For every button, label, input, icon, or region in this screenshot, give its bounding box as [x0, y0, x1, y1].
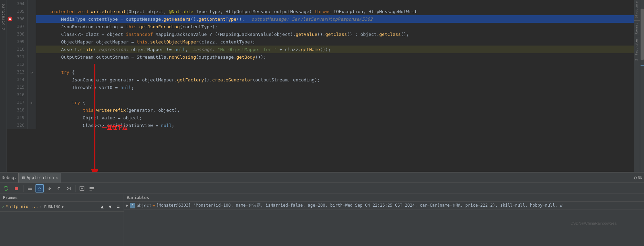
code-lines: 304 305 protected void writeInternal(Obj…	[7, 0, 634, 172]
line-number-314: 314	[7, 76, 28, 83]
code-line-314: 314 JsonGenerator generator = objectMapp…	[7, 76, 634, 83]
line-gutter-307	[28, 23, 36, 30]
frames-header: Frames	[0, 194, 124, 202]
debug-tabs: Debug: 🖥 Application × ⚙ 8B	[0, 173, 644, 183]
frame-status-icon: ✓	[2, 204, 4, 209]
stop-button[interactable]	[12, 184, 21, 193]
frames-panel: Frames ✓ *http-nio-... : RUNNING ▼ ▲ ▼	[0, 194, 124, 246]
code-line-309: 309 ObjectMapper objectMapper = this.sel…	[7, 38, 634, 46]
line-gutter-319	[28, 114, 36, 121]
line-content-306: MediaType contentType = outputMessage.ge…	[36, 15, 634, 23]
commit-panel-label[interactable]: Commit	[634, 21, 640, 36]
frame-status-text: : RUNNING	[40, 205, 60, 209]
structure-panel-label[interactable]: Structure	[634, 0, 640, 20]
frame-nav-buttons: ▲ ▼ ≡	[99, 203, 122, 210]
variables-toolbar: ▶ P object = {Monster@5303} "Monster(id=…	[124, 202, 644, 209]
debug-label: Debug:	[2, 175, 17, 180]
code-line-311: 311 OutputStream outputStream = StreamUt…	[7, 53, 634, 61]
vertical-scrollbar[interactable]	[640, 0, 644, 172]
toolbar-separator-1	[23, 185, 23, 192]
frame-filter-button[interactable]: ≡	[115, 203, 122, 210]
debug-tab-name: Application	[27, 175, 54, 180]
variables-list: ▶ P object = {Monster@5303} "Monster(id=…	[124, 202, 644, 246]
line-number-305: 305	[7, 8, 28, 15]
debug-toolbar	[0, 183, 644, 194]
line-content-316	[36, 91, 634, 99]
breakpoint-306[interactable]: ●	[8, 17, 12, 21]
more-actions-button[interactable]	[87, 184, 96, 193]
code-line-305: 305 protected void writeInternal(Object …	[7, 8, 634, 15]
run-to-cursor-button[interactable]	[64, 184, 73, 193]
gutter-arrow-313: ▷	[31, 70, 33, 74]
line-content-319: Object value = object;	[36, 114, 634, 121]
svg-rect-1	[15, 187, 18, 190]
frames-list: ✓ *http-nio-... : RUNNING ▼ ▲ ▼ ≡	[0, 202, 124, 246]
line-content-315: Throwable var10 = null;	[36, 83, 634, 91]
line-number-306: ● 306	[7, 15, 28, 23]
svg-rect-12	[90, 187, 94, 188]
line-number-304: 304	[7, 0, 28, 8]
debug-settings-gear[interactable]: ⚙	[634, 175, 637, 180]
svg-rect-13	[90, 188, 94, 189]
toolbar-separator-2	[75, 185, 75, 192]
line-content-309: ObjectMapper objectMapper = this.selectO…	[36, 38, 634, 46]
svg-rect-3	[28, 188, 32, 189]
frame-up-button[interactable]: ▲	[99, 203, 106, 210]
menu-button[interactable]	[26, 184, 34, 193]
code-line-318: 318 this.writePrefix(generator, object);	[7, 106, 634, 114]
line-number-308: 308	[7, 30, 28, 38]
code-line-308: 308 Class<?> clazz = object instanceof M…	[7, 30, 634, 38]
debug-tab-close[interactable]: ×	[56, 176, 58, 180]
code-line-315: 315 Throwable var10 = null;	[7, 83, 634, 91]
line-number-318: 318	[7, 106, 28, 114]
var-expand-icon[interactable]: ▶	[126, 203, 128, 208]
var-name-object: object	[137, 203, 152, 208]
z-structure-label[interactable]: Z Structure	[1, 3, 5, 30]
frame-down-button[interactable]: ▼	[107, 203, 114, 210]
line-gutter-311	[28, 53, 36, 61]
line-gutter-313: ▷	[28, 68, 36, 76]
code-line-316: 316	[7, 91, 634, 99]
line-gutter-304	[28, 0, 36, 8]
debug-application-tab[interactable]: 🖥 Application ×	[18, 173, 61, 183]
frame-dropdown-icon[interactable]: ▼	[62, 205, 64, 209]
frame-toolbar: ✓ *http-nio-... : RUNNING ▼ ▲ ▼ ≡	[0, 202, 124, 212]
code-line-312: 312	[7, 61, 634, 68]
step-out-button[interactable]	[55, 184, 63, 193]
line-number-319: 319	[7, 114, 28, 121]
code-area: Z Structure 304 305 protected void write…	[0, 0, 644, 172]
line-number-312: 312	[7, 61, 28, 68]
evaluate-button[interactable]	[78, 184, 86, 193]
right-panels: Structure Commit 2: Favorites	[634, 0, 640, 172]
code-line-319: 319 Object value = object;	[7, 114, 634, 121]
line-number-320: 320	[7, 121, 28, 129]
step-into-button[interactable]	[45, 184, 53, 193]
line-content-318: this.writePrefix(generator, object);	[36, 106, 634, 114]
rerun-button[interactable]	[3, 184, 11, 193]
line-gutter-315	[28, 83, 36, 91]
line-gutter-310	[28, 46, 36, 53]
line-gutter-316	[28, 91, 36, 99]
line-content-307: JsonEncoding encoding = this.getJsonEnco…	[36, 23, 634, 30]
line-gutter-314	[28, 76, 36, 83]
editor-container: Z Structure 304 305 protected void write…	[0, 0, 644, 246]
debug-settings-small[interactable]: 8B	[638, 176, 642, 179]
code-line-307: 307 JsonEncoding encoding = this.getJson…	[7, 23, 634, 30]
line-content-305: protected void writeInternal(Object obje…	[36, 8, 634, 15]
var-equals-sign: =	[153, 203, 155, 208]
line-content-310: Assert.state( expression: objectMapper !…	[36, 46, 634, 53]
line-gutter-309	[28, 38, 36, 46]
application-tab-icon: 🖥	[21, 176, 25, 180]
line-number-311: 311	[7, 53, 28, 61]
line-gutter-312	[28, 61, 36, 68]
line-content-312	[36, 61, 634, 68]
code-line-304: 304	[7, 0, 634, 8]
svg-rect-14	[90, 190, 92, 190]
var-type-icon: P	[130, 203, 135, 208]
step-over-button[interactable]	[35, 184, 44, 193]
code-line-313: 313 ▷ try {	[7, 68, 634, 76]
line-gutter-318	[28, 106, 36, 114]
favorites-panel-label[interactable]: 2: Favorites	[634, 37, 640, 62]
line-gutter-306	[28, 15, 36, 23]
line-gutter-320	[28, 121, 36, 129]
